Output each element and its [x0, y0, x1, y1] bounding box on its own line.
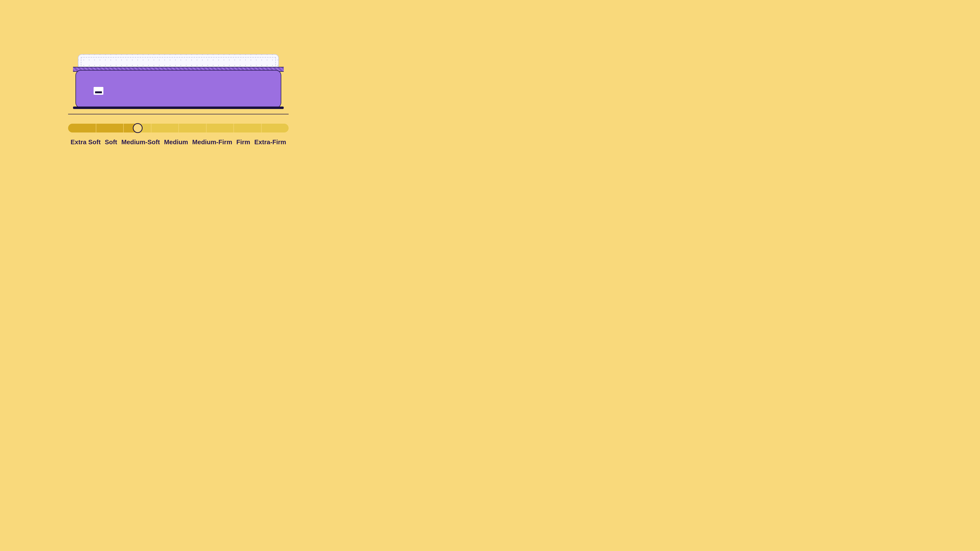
mattress-tag-stripe	[95, 91, 102, 93]
slider-labels-row: Extra Soft Soft Medium-Soft Medium Mediu…	[68, 138, 289, 146]
slider-divider-2	[123, 124, 124, 132]
slider-divider-3	[151, 124, 151, 132]
label-medium: Medium	[164, 138, 188, 146]
label-medium-soft: Medium-Soft	[121, 138, 160, 146]
label-firm: Firm	[236, 138, 250, 146]
slider-divider-7	[261, 124, 262, 132]
slider-divider-4	[178, 124, 179, 132]
label-soft: Soft	[105, 138, 117, 146]
slider-thumb[interactable]	[133, 123, 143, 133]
label-extra-soft: Extra Soft	[70, 138, 101, 146]
mattress-base-body	[75, 70, 281, 108]
mattress-illustration	[73, 54, 284, 108]
ground-line	[68, 114, 289, 114]
mattress-top-top-border	[81, 57, 276, 57]
slider-divider-1	[96, 124, 96, 132]
slider-divider-6	[234, 124, 234, 132]
mattress-tag	[94, 87, 103, 95]
label-medium-firm: Medium-Firm	[192, 138, 232, 146]
slider-filled-portion	[68, 124, 139, 132]
main-scene: Extra Soft Soft Medium-Soft Medium Mediu…	[0, 54, 357, 146]
slider-track[interactable]	[68, 124, 289, 132]
firmness-slider-section: Extra Soft Soft Medium-Soft Medium Mediu…	[68, 122, 289, 146]
label-extra-firm: Extra-Firm	[254, 138, 286, 146]
slider-divider-5	[206, 124, 207, 132]
slider-track-container[interactable]	[68, 122, 289, 134]
